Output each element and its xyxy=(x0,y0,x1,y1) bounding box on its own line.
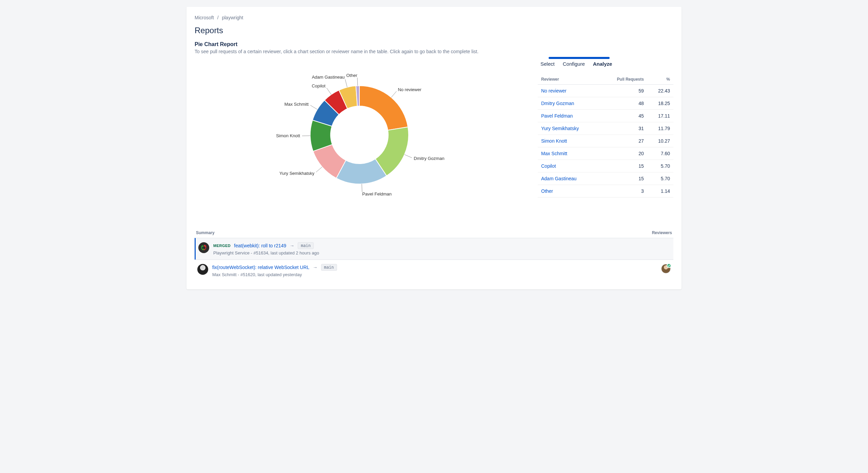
svg-line-6 xyxy=(327,88,331,95)
reviewer-pr-count: 45 xyxy=(600,110,647,122)
chart-slice-label[interactable]: Adam Gastineau xyxy=(312,75,345,80)
pr-meta: Max Schmitt - #51620, last updated yeste… xyxy=(212,272,657,277)
svg-line-0 xyxy=(391,91,397,97)
reviewer-pr-count: 59 xyxy=(600,85,647,97)
reviewer-pct: 17.11 xyxy=(647,110,673,122)
pr-title-link[interactable]: fix(routeWebSocket): relative WebSocket … xyxy=(212,265,310,270)
pr-title-link[interactable]: feat(webkit): roll to r2149 xyxy=(234,243,286,248)
svg-line-8 xyxy=(357,78,358,86)
status-badge-merged: MERGED xyxy=(213,244,231,248)
table-row: Copilot155.70 xyxy=(538,160,673,172)
reviewer-table: Reviewer Pull Requests % No reviewer5922… xyxy=(538,74,673,198)
donut-chart[interactable]: No reviewerDmitry GozmanPavel FeldmanYur… xyxy=(195,57,524,220)
reviewer-link[interactable]: Dmitry Gozman xyxy=(541,101,574,106)
reviewer-pct: 7.60 xyxy=(647,147,673,160)
reviewer-pr-count: 27 xyxy=(600,135,647,147)
chart-slice-label[interactable]: No reviewer xyxy=(398,87,421,92)
th-reviewer[interactable]: Reviewer xyxy=(538,74,600,85)
reviewer-pct: 18.25 xyxy=(647,97,673,110)
reviewer-pr-count: 20 xyxy=(600,147,647,160)
chart-slice-label[interactable]: Other xyxy=(346,73,357,78)
user-avatar[interactable] xyxy=(197,264,208,275)
breadcrumb: Microsoft / playwright xyxy=(195,15,673,20)
reviewer-pct: 10.27 xyxy=(647,135,673,147)
svg-line-2 xyxy=(362,184,362,192)
reviewer-pct: 11.79 xyxy=(647,122,673,135)
reviewer-link[interactable]: Yury Semikhatsky xyxy=(541,126,579,131)
svg-line-1 xyxy=(405,155,412,158)
reviewer-pr-count: 48 xyxy=(600,97,647,110)
reviewer-pr-count: 31 xyxy=(600,122,647,135)
reviewer-pct: 5.70 xyxy=(647,160,673,172)
pr-row[interactable]: fix(routeWebSocket): relative WebSocket … xyxy=(195,260,673,281)
chart-slice[interactable] xyxy=(359,86,408,130)
reviewer-link[interactable]: Pavel Feldman xyxy=(541,113,573,119)
approved-check-icon xyxy=(667,263,671,268)
breadcrumb-separator: / xyxy=(217,15,219,20)
pr-list: MERGEDfeat(webkit): roll to r2149→mainPl… xyxy=(195,238,673,281)
svg-line-5 xyxy=(310,105,317,109)
chart-slice-label[interactable]: Max Schmitt xyxy=(284,102,309,107)
breadcrumb-repo[interactable]: playwright xyxy=(222,15,243,20)
table-row: Yury Semikhatsky3111.79 xyxy=(538,122,673,135)
th-pull-requests[interactable]: Pull Requests xyxy=(600,74,647,85)
tab-indicator xyxy=(549,57,610,59)
table-row: Dmitry Gozman4818.25 xyxy=(538,97,673,110)
chart-slice-label[interactable]: Simon Knott xyxy=(276,133,300,138)
report-container: Microsoft / playwright Reports Pie Chart… xyxy=(186,7,682,289)
table-row: Pavel Feldman4517.11 xyxy=(538,110,673,122)
pr-row[interactable]: MERGEDfeat(webkit): roll to r2149→mainPl… xyxy=(195,238,673,260)
reviewers-header: Reviewers xyxy=(652,230,672,235)
breadcrumb-org[interactable]: Microsoft xyxy=(195,15,214,20)
reviewer-pr-count: 3 xyxy=(600,185,647,198)
svg-line-7 xyxy=(345,79,347,87)
reviewer-link[interactable]: Max Schmitt xyxy=(541,151,567,156)
reviewer-link[interactable]: Adam Gastineau xyxy=(541,176,576,181)
reviewer-pct: 5.70 xyxy=(647,172,673,185)
summary-header: Summary xyxy=(196,230,215,235)
report-title: Pie Chart Report xyxy=(195,41,673,47)
pr-reviewers xyxy=(661,264,671,273)
tab-configure[interactable]: Configure xyxy=(563,61,585,67)
arrow-right-icon: → xyxy=(313,265,318,270)
reviewer-link[interactable]: Simon Knott xyxy=(541,138,567,144)
report-subtitle: To see pull requests of a certain review… xyxy=(195,49,673,54)
chart-slice-label[interactable]: Pavel Feldman xyxy=(362,191,392,197)
reviewer-link[interactable]: Copilot xyxy=(541,163,556,169)
arrow-right-icon: → xyxy=(290,243,294,248)
pr-list-header: Summary Reviewers xyxy=(195,228,673,238)
tabs-container: Select Configure Analyze xyxy=(538,57,673,70)
tab-analyze[interactable]: Analyze xyxy=(593,61,612,67)
reviewer-pr-count: 15 xyxy=(600,172,647,185)
branch-tag[interactable]: main xyxy=(321,264,337,271)
reviewer-link[interactable]: Other xyxy=(541,188,553,194)
reviewer-pr-count: 15 xyxy=(600,160,647,172)
chart-slice-label[interactable]: Dmitry Gozman xyxy=(414,156,444,161)
reviewer-pct: 1.14 xyxy=(647,185,673,198)
table-row: Max Schmitt207.60 xyxy=(538,147,673,160)
pr-meta: Playwright Service - #51634, last update… xyxy=(213,250,667,255)
table-row: Adam Gastineau155.70 xyxy=(538,172,673,185)
table-row: Other31.14 xyxy=(538,185,673,198)
reviewer-link[interactable]: No reviewer xyxy=(541,88,567,94)
reviewer-pct: 22.43 xyxy=(647,85,673,97)
svg-line-3 xyxy=(316,167,322,172)
table-row: No reviewer5922.43 xyxy=(538,85,673,97)
reviewer-avatar[interactable] xyxy=(661,264,671,273)
chart-slice-label[interactable]: Copilot xyxy=(312,83,326,88)
tab-select[interactable]: Select xyxy=(540,61,555,67)
th-percent[interactable]: % xyxy=(647,74,673,85)
playwright-logo-avatar[interactable] xyxy=(198,242,209,253)
playwright-logo-icon xyxy=(200,244,208,252)
table-row: Simon Knott2710.27 xyxy=(538,135,673,147)
page-title: Reports xyxy=(195,26,673,35)
chart-slice-label[interactable]: Yury Semikhatsky xyxy=(279,171,315,176)
branch-tag[interactable]: main xyxy=(298,242,314,249)
